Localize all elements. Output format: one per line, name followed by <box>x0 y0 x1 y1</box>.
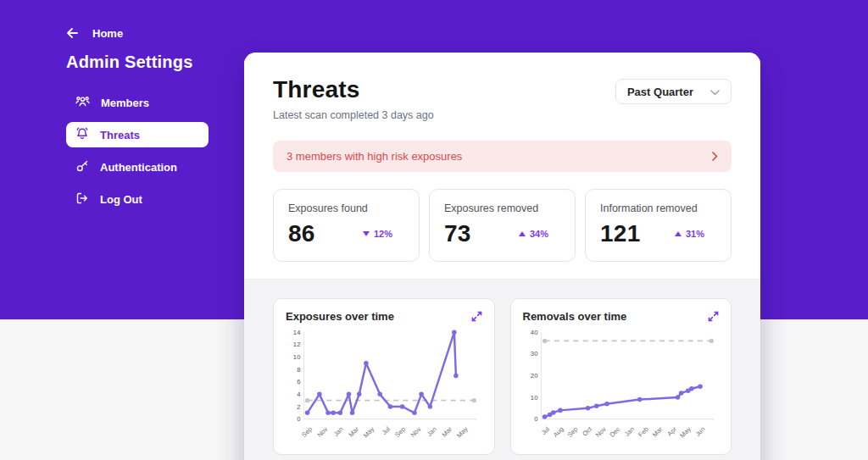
svg-text:12: 12 <box>293 341 301 348</box>
svg-text:Jan: Jan <box>623 425 636 438</box>
svg-text:Jul: Jul <box>381 425 392 437</box>
triangle-down-icon <box>363 231 370 236</box>
charts-section: Exposures over time 02468101214SepNovJan… <box>244 279 760 460</box>
expand-icon[interactable] <box>471 311 482 322</box>
svg-text:Dec: Dec <box>608 425 621 439</box>
exposures-line-chart: 02468101214SepNovJanMarMayJulSepNovJanMa… <box>286 325 482 448</box>
svg-text:30: 30 <box>530 350 537 357</box>
stat-delta: 31% <box>675 229 704 239</box>
stat-value: 73 <box>444 220 471 247</box>
period-dropdown[interactable]: Past Quarter <box>615 79 732 104</box>
chart-title: Removals over time <box>523 310 627 323</box>
stat-value: 121 <box>600 220 641 247</box>
svg-text:Mar: Mar <box>650 425 664 439</box>
removals-line-chart: 010203040JulAugSepOctNovDecJanFebMarAprM… <box>523 325 720 448</box>
chevron-right-icon <box>712 149 718 164</box>
svg-text:Jun: Jun <box>693 425 706 438</box>
stat-card-exposures-found: Exposures found 86 12% <box>273 189 420 262</box>
svg-text:Jan: Jan <box>426 425 438 438</box>
svg-text:6: 6 <box>297 378 300 385</box>
svg-text:Sep: Sep <box>393 425 407 439</box>
sidebar-item-label: Authentication <box>100 161 177 174</box>
svg-text:10: 10 <box>530 394 537 402</box>
sidebar-item-label: Members <box>101 97 149 109</box>
main-panel: Threats Latest scan completed 3 days ago… <box>244 53 760 460</box>
svg-text:Sep: Sep <box>300 425 314 439</box>
logout-icon <box>75 191 89 208</box>
bell-icon <box>75 127 89 143</box>
svg-text:0: 0 <box>297 415 300 423</box>
sidebar-title: Admin Settings <box>66 53 209 72</box>
page-title: Threats <box>273 76 434 103</box>
svg-text:2: 2 <box>297 403 300 411</box>
arrow-left-icon <box>66 27 79 39</box>
high-risk-alert[interactable]: 3 members with high risk exposures <box>273 141 732 172</box>
exposures-chart-card: Exposures over time 02468101214SepNovJan… <box>273 298 495 455</box>
sidebar-item-label: Threats <box>100 129 140 141</box>
svg-text:Sep: Sep <box>565 425 579 439</box>
expand-icon[interactable] <box>708 311 719 322</box>
svg-text:Oct: Oct <box>581 424 593 437</box>
svg-text:10: 10 <box>293 353 301 361</box>
sidebar: Home Admin Settings Members <box>66 25 209 219</box>
svg-text:0: 0 <box>534 415 537 423</box>
alert-text: 3 members with high risk exposures <box>287 150 462 163</box>
svg-text:4: 4 <box>297 391 301 398</box>
sidebar-item-logout[interactable]: Log Out <box>66 186 209 212</box>
chevron-down-icon <box>710 86 720 98</box>
svg-text:40: 40 <box>530 329 537 336</box>
svg-text:Aug: Aug <box>551 425 565 439</box>
svg-text:Feb: Feb <box>637 425 650 439</box>
stat-card-exposures-removed: Exposures removed 73 34% <box>429 189 576 262</box>
svg-text:14: 14 <box>293 329 301 336</box>
last-scan-status: Latest scan completed 3 days ago <box>273 109 434 121</box>
sidebar-item-label: Log Out <box>100 193 142 206</box>
svg-text:Mar: Mar <box>441 425 454 439</box>
svg-text:Nov: Nov <box>409 425 423 439</box>
svg-text:Mar: Mar <box>347 425 360 439</box>
stat-label: Exposures removed <box>444 202 560 214</box>
stat-value: 86 <box>288 220 315 247</box>
panel-header-section: Threats Latest scan completed 3 days ago… <box>244 53 760 279</box>
svg-text:May: May <box>362 425 376 440</box>
svg-text:May: May <box>678 425 693 440</box>
chart-title: Exposures over time <box>286 310 394 323</box>
stat-delta: 12% <box>363 229 392 239</box>
stat-card-information-removed: Information removed 121 31% <box>585 189 732 262</box>
stat-label: Information removed <box>600 202 716 214</box>
svg-text:Jul: Jul <box>539 425 551 437</box>
stat-label: Exposures found <box>288 202 404 214</box>
triangle-up-icon <box>675 231 682 236</box>
key-icon <box>75 159 89 175</box>
sidebar-item-authentication[interactable]: Authentication <box>66 154 209 180</box>
svg-text:Nov: Nov <box>593 425 607 439</box>
back-home-link[interactable]: Home <box>66 25 209 41</box>
period-dropdown-value: Past Quarter <box>627 86 693 98</box>
stats-row: Exposures found 86 12% Exposures removed… <box>273 189 732 262</box>
sidebar-item-members[interactable]: Members <box>66 90 209 115</box>
sidebar-item-threats[interactable]: Threats <box>66 122 209 147</box>
back-home-label: Home <box>92 27 123 40</box>
svg-text:Apr: Apr <box>665 425 678 438</box>
svg-text:8: 8 <box>297 366 300 374</box>
sidebar-nav: Members Threats Authentication <box>66 90 209 212</box>
svg-text:Nov: Nov <box>315 425 329 439</box>
stat-delta: 34% <box>519 229 548 239</box>
triangle-up-icon <box>519 231 526 236</box>
svg-text:Jan: Jan <box>332 425 345 438</box>
removals-chart-card: Removals over time 010203040JulAugSepOct… <box>510 298 732 455</box>
svg-text:20: 20 <box>530 372 537 380</box>
members-icon <box>75 95 90 110</box>
svg-text:May: May <box>455 425 470 440</box>
